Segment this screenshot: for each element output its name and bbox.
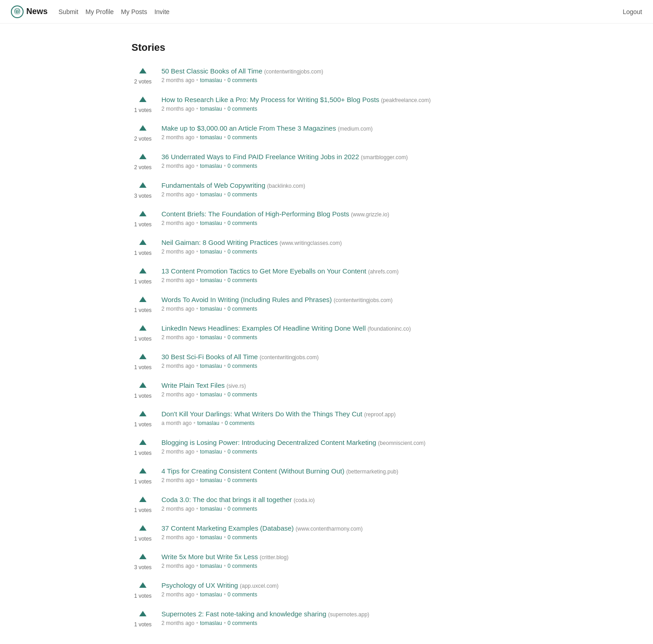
story-title-link[interactable]: 36 Underrated Ways to Find PAID Freelanc… [161,153,359,161]
story-author-link[interactable]: tomaslau [200,620,222,626]
story-comments-link[interactable]: 0 comments [228,591,257,598]
upvote-icon [139,581,147,590]
story-comments-link[interactable]: 0 comments [228,249,257,255]
story-author-link[interactable]: tomaslau [200,77,222,83]
story-title-link[interactable]: Psychology of UX Writing [161,581,238,589]
story-item: 2 votesMake up to $3,000.00 an Article F… [132,123,521,142]
story-author-link[interactable]: tomaslau [200,306,222,312]
story-title-link[interactable]: Coda 3.0: The doc that brings it all tog… [161,496,292,503]
story-author-link[interactable]: tomaslau [200,249,222,255]
upvote-button[interactable] [138,181,148,192]
story-comments-link[interactable]: 0 comments [228,77,257,83]
story-comments-link[interactable]: 0 comments [225,420,254,426]
upvote-button[interactable] [138,152,148,163]
story-title-link[interactable]: 4 Tips for Creating Consistent Content (… [161,467,345,475]
story-title-link[interactable]: 13 Content Promotion Tactics to Get More… [161,267,366,275]
nav-link-invite[interactable]: Invite [154,8,169,15]
upvote-button[interactable] [138,238,148,249]
vote-count: 1 votes [134,278,152,285]
story-comments-link[interactable]: 0 comments [228,106,257,112]
upvote-button[interactable] [138,95,148,106]
story-title-link[interactable]: Words To Avoid In Writing (Including Rul… [161,296,332,303]
story-comments-link[interactable]: 0 comments [228,391,257,398]
site-logo[interactable]: News [11,5,48,18]
upvote-button[interactable] [138,466,148,478]
story-author-link[interactable]: tomaslau [200,534,222,541]
story-author-link[interactable]: tomaslau [200,363,222,369]
story-comments-link[interactable]: 0 comments [228,163,257,169]
story-time: 2 months ago [161,591,195,598]
story-author-link[interactable]: tomaslau [200,220,222,226]
story-author-link[interactable]: tomaslau [200,591,222,598]
story-title-link[interactable]: Supernotes 2: Fast note-taking and knowl… [161,610,326,618]
upvote-button[interactable] [138,266,148,278]
story-author-link[interactable]: tomaslau [200,163,222,169]
story-comments-link[interactable]: 0 comments [228,306,257,312]
story-title-line: 30 Best Sci-Fi Books of All Time(content… [161,352,319,361]
story-comments-link[interactable]: 0 comments [228,220,257,226]
upvote-button[interactable] [138,123,148,135]
upvote-button[interactable] [138,438,148,449]
story-author-link[interactable]: tomaslau [200,477,222,483]
upvote-button[interactable] [138,609,148,620]
story-author-link[interactable]: tomaslau [200,191,222,198]
story-comments-link[interactable]: 0 comments [228,563,257,569]
story-author-link[interactable]: tomaslau [200,277,222,283]
dot-separator: • [196,163,198,169]
story-title-link[interactable]: Make up to $3,000.00 an Article From The… [161,124,336,132]
story-time: 2 months ago [161,334,195,341]
story-title-link[interactable]: Write Plain Text Files [161,381,225,389]
upvote-button[interactable] [138,495,148,506]
story-comments-link[interactable]: 0 comments [228,134,257,141]
upvote-button[interactable] [138,209,148,220]
story-author-link[interactable]: tomaslau [200,134,222,141]
story-comments-link[interactable]: 0 comments [228,477,257,483]
upvote-button[interactable] [138,66,148,78]
story-title-link[interactable]: Blogging is Losing Power: Introducing De… [161,439,376,446]
upvote-button[interactable] [138,323,148,335]
story-comments-link[interactable]: 0 comments [228,363,257,369]
story-comments-link[interactable]: 0 comments [228,277,257,283]
upvote-button[interactable] [138,552,148,563]
svg-marker-16 [139,439,146,445]
nav-link-my-profile[interactable]: My Profile [86,8,114,15]
story-author-link[interactable]: tomaslau [200,563,222,569]
story-title-link[interactable]: How to Research Like a Pro: My Process f… [161,96,379,103]
story-title-link[interactable]: Write 5x More but Write 5x Less [161,553,258,561]
upvote-button[interactable] [138,523,148,535]
dot-separator: • [196,449,198,455]
upvote-button[interactable] [138,381,148,392]
story-title-link[interactable]: 30 Best Sci-Fi Books of All Time [161,353,258,361]
story-comments-link[interactable]: 0 comments [228,620,257,626]
nav-link-submit[interactable]: Submit [58,8,78,15]
upvote-icon [139,239,147,247]
story-title-link[interactable]: Don't Kill Your Darlings: What Writers D… [161,410,362,418]
story-author-link[interactable]: tomaslau [200,334,222,341]
story-comments-link[interactable]: 0 comments [228,506,257,512]
story-author-link[interactable]: tomaslau [200,391,222,398]
story-title-link[interactable]: LinkedIn News Headlines: Examples Of Hea… [161,324,366,332]
logout-link[interactable]: Logout [623,8,642,15]
story-title-link[interactable]: 37 Content Marketing Examples (Database) [161,524,294,532]
story-item: 1 votes13 Content Promotion Tactics to G… [132,266,521,285]
nav-link-my-posts[interactable]: My Posts [121,8,147,15]
upvote-button[interactable] [138,581,148,592]
story-title-line: 13 Content Promotion Tactics to Get More… [161,266,399,276]
story-comments-link[interactable]: 0 comments [228,334,257,341]
vote-block: 1 votes [132,438,154,456]
story-title-link[interactable]: Neil Gaiman: 8 Good Writing Practices [161,239,278,246]
story-author-link[interactable]: tomaslau [197,420,219,426]
upvote-button[interactable] [138,352,148,363]
story-domain: (www.grizzle.io) [351,211,389,218]
story-author-link[interactable]: tomaslau [200,506,222,512]
story-title-link[interactable]: Content Briefs: The Foundation of High-P… [161,210,349,218]
story-author-link[interactable]: tomaslau [200,106,222,112]
story-comments-link[interactable]: 0 comments [228,191,257,198]
story-author-link[interactable]: tomaslau [200,449,222,455]
upvote-button[interactable] [138,409,148,420]
story-comments-link[interactable]: 0 comments [228,449,257,455]
story-comments-link[interactable]: 0 comments [228,534,257,541]
story-title-link[interactable]: Fundamentals of Web Copywriting [161,181,265,189]
story-title-link[interactable]: 50 Best Classic Books of All Time [161,67,263,75]
upvote-button[interactable] [138,295,148,306]
